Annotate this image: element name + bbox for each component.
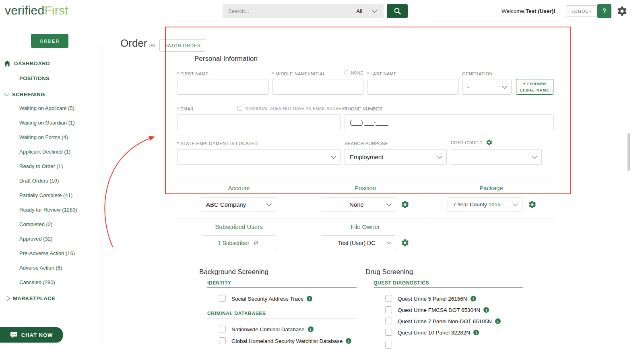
quest-urine-fmcsa-dot-checkbox[interactable] xyxy=(385,306,392,313)
chevron-down-icon xyxy=(331,154,336,159)
service-label: Quest Urine FMCSA DOT 65304N xyxy=(398,307,480,313)
search-input[interactable] xyxy=(223,8,357,14)
service-label: Global Homeland Security Watchlist Datab… xyxy=(231,338,343,344)
sidebar-item-waiting-on-applicant[interactable]: Waiting on Applicant (5) xyxy=(19,101,98,115)
checkbox-row-label: Quest Urine 5 Panel 26156N i xyxy=(398,295,476,302)
verified-first-logo[interactable]: verifiedFirst xyxy=(5,4,68,17)
chevron-down-icon xyxy=(266,201,272,206)
service-label: Nationwide Criminal Database xyxy=(231,326,305,332)
logout-button[interactable]: LOGOUT xyxy=(566,5,597,17)
position-gear-icon[interactable] xyxy=(401,200,409,209)
state-employment-label: * STATE EMPLOYMENT IS LOCATED xyxy=(177,141,258,146)
sidebar-item-waiting-on-forms[interactable]: Waiting on Forms (4) xyxy=(19,130,98,144)
order-button[interactable]: ORDER xyxy=(31,34,68,48)
generation-select[interactable]: - xyxy=(462,79,512,95)
sidebar-item-marketplace[interactable]: MARKETPLACE xyxy=(6,293,55,303)
chat-now-button[interactable]: CHAT NOW xyxy=(0,327,63,343)
quest-urine-5-panel-checkbox[interactable] xyxy=(385,295,392,302)
email-input[interactable] xyxy=(177,114,341,130)
email-label: * EMAIL xyxy=(177,106,194,111)
sidebar-item-screening[interactable]: SCREENING xyxy=(5,89,45,100)
sidebar-item-dashboard[interactable]: DASHBOARD xyxy=(4,58,50,69)
search-purpose-select[interactable]: Employment xyxy=(345,149,447,165)
section-underline xyxy=(374,287,523,288)
middle-name-input[interactable] xyxy=(272,79,363,95)
sidebar-item-partially-complete[interactable]: Partially Complete (41) xyxy=(19,188,98,202)
subscribers-button[interactable]: 1 Subscriber xyxy=(201,235,276,250)
cost-code-select[interactable] xyxy=(451,149,542,165)
batch-order-button[interactable]: BATCH ORDER xyxy=(159,39,206,52)
chat-bubble-icon xyxy=(10,332,18,339)
sidebar-item-label: DASHBOARD xyxy=(14,60,50,66)
sidebar-item-applicant-declined[interactable]: Applicant Declined (1) xyxy=(19,144,98,159)
chat-now-label: CHAT NOW xyxy=(21,332,53,338)
info-icon[interactable]: i xyxy=(307,296,312,301)
background-screening-heading: Background Screening xyxy=(199,268,268,276)
sidebar-item-label: MARKETPLACE xyxy=(13,295,55,301)
info-icon[interactable]: i xyxy=(483,307,489,313)
former-legal-name-line1: + FORMER xyxy=(523,81,546,87)
quest-diagnostics-section-header: QUEST DIAGNOSTICS xyxy=(374,280,429,286)
former-legal-name-button[interactable]: + FORMER LEGAL NAME xyxy=(516,79,553,95)
phone-number-input[interactable] xyxy=(345,114,554,130)
sidebar-item-completed[interactable]: Completed (2) xyxy=(19,217,98,231)
sidebar-item-ready-for-review[interactable]: Ready for Review (1283) xyxy=(19,202,98,217)
position-select[interactable]: None xyxy=(321,197,396,212)
quest-partial-checkbox[interactable] xyxy=(385,342,392,349)
checkbox-row-label: Quest Urine FMCSA DOT 65304N i xyxy=(398,307,489,313)
sidebar-item-approved[interactable]: Approved (32) xyxy=(19,231,98,246)
search-filter-value[interactable]: All xyxy=(357,8,362,14)
info-icon[interactable]: i xyxy=(346,338,351,344)
phone-number-label: PHONE NUMBER xyxy=(345,106,383,111)
sidebar-item-label: POSITIONS xyxy=(19,75,50,81)
selected-value: Employment xyxy=(350,154,438,160)
divider xyxy=(176,181,554,181)
scrollbar-thumb[interactable] xyxy=(627,133,630,171)
quest-urine-7-panel-checkbox[interactable] xyxy=(385,318,392,324)
selected-value: None xyxy=(326,201,387,208)
quest-urine-10-panel-checkbox[interactable] xyxy=(385,329,392,336)
nationwide-criminal-database-checkbox[interactable] xyxy=(219,326,226,332)
info-icon[interactable]: i xyxy=(471,296,476,301)
info-icon[interactable]: i xyxy=(473,330,479,335)
state-employment-select[interactable] xyxy=(177,149,341,165)
cost-code-label-row: COST CODE 1 xyxy=(451,139,493,146)
logo-part2: First xyxy=(44,4,68,17)
info-icon[interactable]: i xyxy=(495,318,501,324)
file-owner-gear-icon[interactable] xyxy=(401,239,409,247)
bell-slash-icon xyxy=(253,240,259,246)
social-security-address-trace-checkbox[interactable] xyxy=(219,295,226,302)
sidebar-item-pre-adverse-action[interactable]: Pre-Adverse Action (16) xyxy=(19,246,98,260)
sidebar-item-positions[interactable]: POSITIONS xyxy=(19,73,50,83)
no-email-checkbox[interactable] xyxy=(237,106,242,111)
former-legal-name-line2: LEGAL NAME xyxy=(520,87,549,93)
account-select[interactable]: ABC Company xyxy=(201,197,276,212)
package-select[interactable]: 7 Year County 1015 xyxy=(448,197,522,212)
first-name-input[interactable] xyxy=(177,79,269,95)
annotation-arrow xyxy=(99,128,165,249)
package-gear-icon[interactable] xyxy=(528,200,537,209)
search-purpose-label: SEARCH PURPOSE xyxy=(345,141,388,146)
sidebar-item-canceled[interactable]: Canceled (290) xyxy=(19,275,98,289)
sidebar-item-ready-to-order[interactable]: Ready to Order (1) xyxy=(19,159,98,173)
sidebar-item-adverse-action[interactable]: Adverse Action (6) xyxy=(19,260,98,275)
settings-gear-icon[interactable] xyxy=(617,6,627,17)
file-owner-select[interactable]: Test (User) DC xyxy=(321,235,396,250)
sidebar-item-draft-orders[interactable]: Draft Orders (10) xyxy=(19,173,98,188)
divider xyxy=(176,256,554,256)
info-icon[interactable]: i xyxy=(308,326,314,332)
global-homeland-security-checkbox[interactable] xyxy=(219,337,226,344)
divider xyxy=(176,218,554,218)
none-checkbox[interactable] xyxy=(345,71,349,75)
search-button[interactable] xyxy=(387,4,408,18)
help-button[interactable]: ? xyxy=(597,4,611,18)
section-underline xyxy=(207,318,357,318)
sidebar-item-waiting-on-guardian[interactable]: Waiting on Guardian (1) xyxy=(19,115,98,130)
cost-code-gear-icon[interactable] xyxy=(486,139,493,146)
chevron-down-icon[interactable] xyxy=(372,8,377,13)
chevron-down-icon xyxy=(437,154,442,159)
last-name-input[interactable] xyxy=(367,79,459,95)
logo-part1: verified xyxy=(5,4,44,17)
chevron-right-icon xyxy=(5,296,10,301)
selected-value: ABC Company xyxy=(206,201,267,208)
